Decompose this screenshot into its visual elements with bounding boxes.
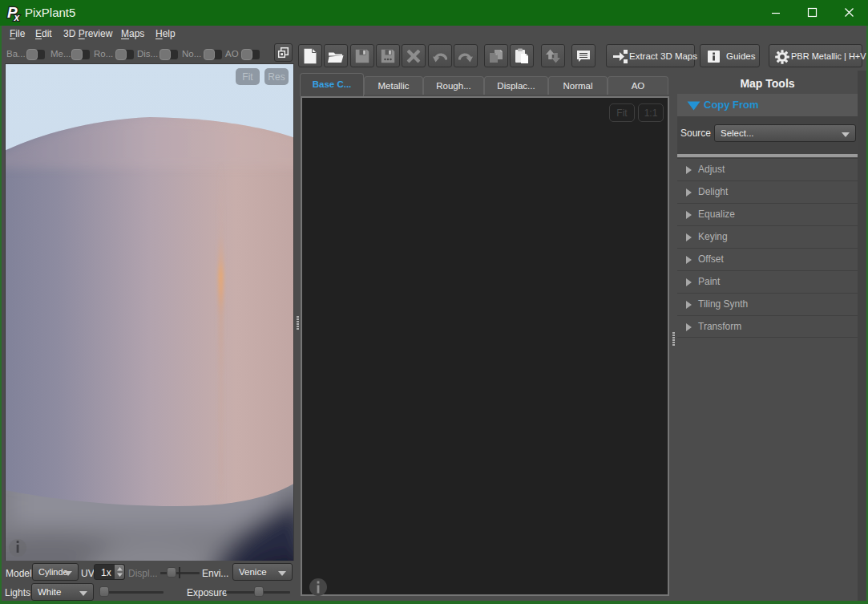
svg-text:Res: Res (268, 71, 285, 83)
svg-text:Fit: Fit (242, 71, 253, 83)
svg-text:x: x (14, 12, 21, 22)
